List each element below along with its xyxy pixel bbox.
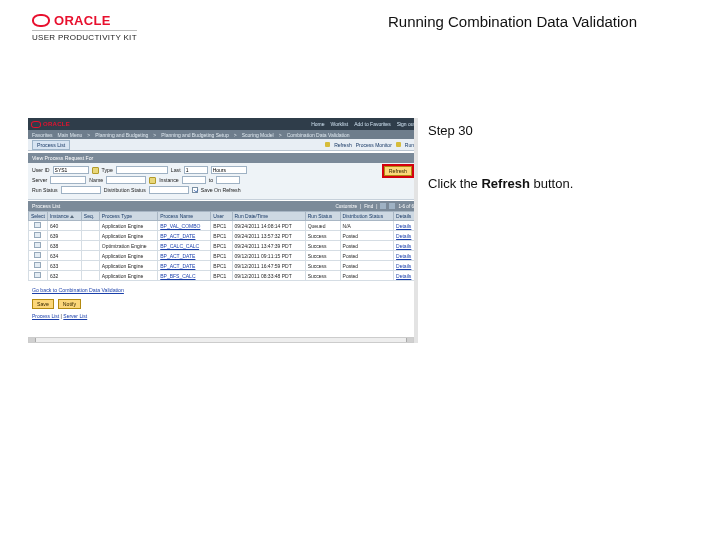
step-label: Step 30 <box>428 122 573 140</box>
process-name-link[interactable]: BP_VAL_COMBO <box>158 221 211 231</box>
horizontal-scrollbar[interactable] <box>28 337 414 343</box>
process-name-link[interactable]: BP_ACT_DATE <box>158 231 211 241</box>
step-instruction: Click the Refresh button. <box>428 175 573 193</box>
instance-label: Instance <box>159 177 179 183</box>
server-label: Server <box>32 177 47 183</box>
go-back-link[interactable]: Go back to Combination Data Validation <box>32 287 414 293</box>
row-select-toggle[interactable] <box>34 232 41 238</box>
row-select-toggle[interactable] <box>34 242 41 248</box>
instance-from-input[interactable] <box>182 176 206 184</box>
grid-zoom-icon[interactable] <box>380 203 386 209</box>
name-label: Name <box>89 177 103 183</box>
name-input[interactable] <box>106 176 146 184</box>
type-select[interactable] <box>116 166 168 174</box>
runstatus-label: Run Status <box>32 187 58 193</box>
table-row: 640Application EngineBP_VAL_COMBOBPC109/… <box>29 221 418 231</box>
row-select-toggle[interactable] <box>34 252 41 258</box>
tab-link-server-list[interactable]: Server List <box>63 313 87 319</box>
process-name-link[interactable]: BP_CALC_CALC <box>158 241 211 251</box>
instance-to-input[interactable] <box>216 176 240 184</box>
http-icon[interactable] <box>396 142 401 147</box>
link-refresh[interactable]: Refresh <box>334 142 352 148</box>
table-row: 638Optimization EngineBP_CALC_CALCBPC109… <box>29 241 418 251</box>
oracle-o-icon <box>32 14 50 27</box>
panel-title: View Process Request For <box>28 152 418 163</box>
table-row: 639Application EngineBP_ACT_DATEBPC109/2… <box>29 231 418 241</box>
breadcrumb: Favorites Main Menu> Planning and Budget… <box>28 130 418 139</box>
server-select[interactable] <box>50 176 86 184</box>
link-process-monitor[interactable]: Process Monitor <box>356 142 392 148</box>
menu-worklist[interactable]: Worklist <box>331 121 349 127</box>
oracle-wordmark: ORACLE <box>54 13 111 28</box>
page-title: Running Combination Data Validation <box>388 13 702 30</box>
distrib-select[interactable] <box>149 186 189 194</box>
table-row: 633Application EngineBP_ACT_DATEBPC109/1… <box>29 261 418 271</box>
grid-pager: 1-6 of 6 <box>398 204 414 209</box>
app-header: ORACLE Home Worklist Add to Favorites Si… <box>28 118 418 130</box>
table-header-row: Select Instance Seq. Process Type Proces… <box>29 212 418 221</box>
last-unit-select[interactable] <box>211 166 247 174</box>
type-label: Type <box>102 167 113 173</box>
product-name: USER PRODUCTIVITY KIT <box>32 30 137 42</box>
vertical-scrollbar[interactable] <box>414 118 418 343</box>
runstatus-select[interactable] <box>61 186 101 194</box>
table-row: 632Application EngineBP_BFS_CALCBPC109/1… <box>29 271 418 281</box>
app-oracle-o-icon <box>31 121 41 128</box>
process-name-link[interactable]: BP_ACT_DATE <box>158 261 211 271</box>
menu-signout[interactable]: Sign out <box>397 121 415 127</box>
row-select-toggle[interactable] <box>34 272 41 278</box>
oracle-logo: ORACLE <box>32 13 137 28</box>
last-label: Last <box>171 167 181 173</box>
distrib-label: Distribution Status <box>104 187 146 193</box>
link-run[interactable]: Run <box>405 142 414 148</box>
grid-find[interactable]: Find <box>364 204 373 209</box>
menu-favorites[interactable]: Add to Favorites <box>354 121 390 127</box>
menu-home[interactable]: Home <box>311 121 324 127</box>
table-row: 634Application EngineBP_ACT_DATEBPC109/1… <box>29 251 418 261</box>
instruction-panel: Step 30 Click the Refresh button. <box>428 122 573 193</box>
row-select-toggle[interactable] <box>34 262 41 268</box>
last-input[interactable] <box>184 166 208 174</box>
list-header: Process List Refresh Process Monitor Run <box>28 139 418 151</box>
lookup-icon[interactable] <box>92 167 99 174</box>
tab-link-process-list[interactable]: Process List <box>32 313 59 319</box>
user-id-input[interactable] <box>53 166 89 174</box>
lookup-icon[interactable] <box>149 177 156 184</box>
sort-desc-icon <box>70 215 74 218</box>
grid-download-icon[interactable] <box>389 203 395 209</box>
app-oracle-wordmark: ORACLE <box>43 121 70 127</box>
notify-button[interactable]: Notify <box>58 299 81 309</box>
save-on-refresh-checkbox[interactable] <box>192 187 198 193</box>
user-id-label: User ID <box>32 167 50 173</box>
save-on-refresh-label: Save On Refresh <box>201 187 241 193</box>
save-button[interactable]: Save <box>32 299 54 309</box>
process-table: Select Instance Seq. Process Type Proces… <box>28 211 418 281</box>
process-name-link[interactable]: BP_ACT_DATE <box>158 251 211 261</box>
app-screenshot: ORACLE Home Worklist Add to Favorites Si… <box>28 118 418 343</box>
grid-customize[interactable]: Customize <box>335 204 357 209</box>
tab-process-list[interactable]: Process List <box>32 140 70 150</box>
new-window-icon[interactable] <box>325 142 330 147</box>
process-name-link[interactable]: BP_BFS_CALC <box>158 271 211 281</box>
grid-title: Process List <box>32 203 60 209</box>
row-select-toggle[interactable] <box>34 222 41 228</box>
filter-form: Refresh User ID Type Last Server Name In… <box>28 163 418 200</box>
refresh-button[interactable]: Refresh <box>384 166 412 176</box>
